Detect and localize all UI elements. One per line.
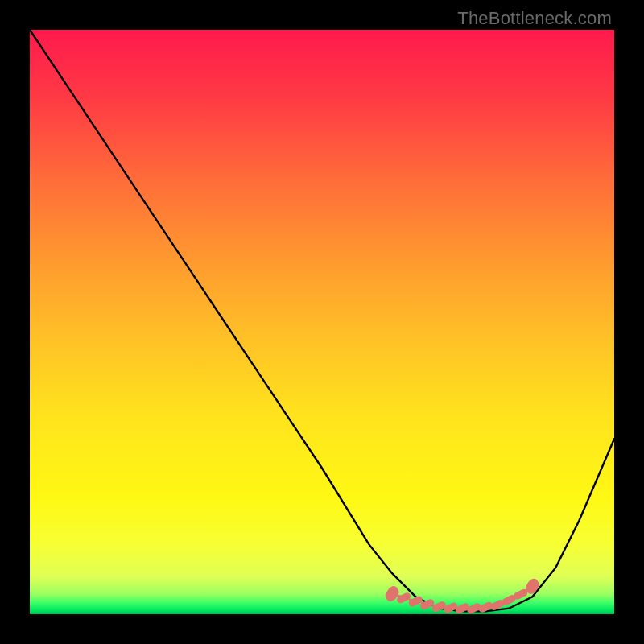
svg-line-19 [471,607,477,610]
svg-line-15 [424,603,431,606]
svg-line-16 [436,605,442,609]
svg-line-20 [482,605,489,609]
svg-line-23 [518,592,524,596]
bottleneck-curve [30,30,614,611]
chart-svg [30,30,614,614]
svg-line-14 [412,600,419,603]
plot-area [30,30,614,614]
svg-line-13 [401,597,407,600]
watermark-text: TheBottleneck.com [457,8,612,29]
svg-line-18 [459,607,465,610]
chart-frame: TheBottleneck.com [0,0,644,644]
svg-line-22 [506,599,512,602]
svg-line-17 [448,606,454,609]
svg-line-21 [494,603,501,606]
